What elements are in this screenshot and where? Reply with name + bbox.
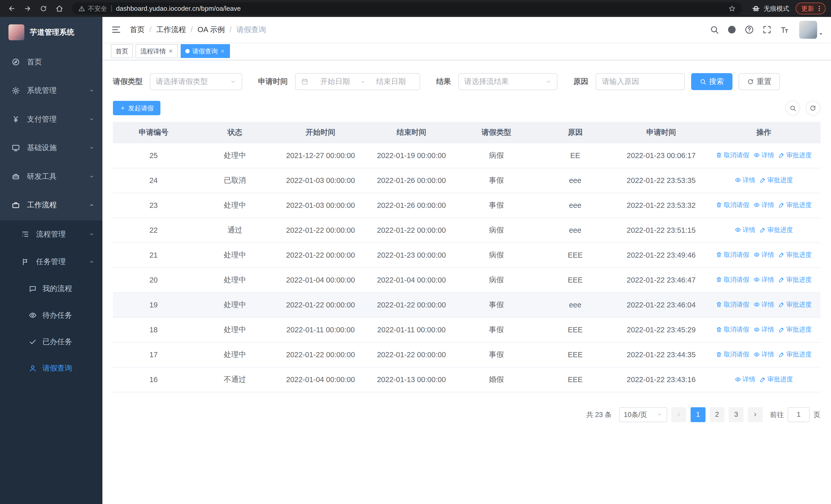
header-search-button[interactable] bbox=[710, 25, 719, 34]
approval-progress-link[interactable]: 审批进度 bbox=[778, 275, 812, 284]
breadcrumb-item[interactable]: OA 示例 bbox=[198, 25, 225, 35]
search-button[interactable]: 搜索 bbox=[691, 73, 733, 90]
approval-progress-link[interactable]: 审批进度 bbox=[778, 325, 812, 334]
page-button-1[interactable]: 1 bbox=[691, 407, 706, 422]
refresh-table-button[interactable] bbox=[806, 100, 821, 116]
page-button-2[interactable]: 2 bbox=[710, 407, 724, 422]
sidebar-item-infrastructure[interactable]: 基础设施 bbox=[0, 134, 103, 162]
github-link[interactable] bbox=[727, 25, 737, 34]
cancel-leave-link[interactable]: 取消请假 bbox=[716, 275, 749, 284]
browser-back-button[interactable] bbox=[5, 2, 18, 15]
reset-button[interactable]: 重置 bbox=[739, 73, 780, 90]
reason-input[interactable] bbox=[596, 73, 685, 90]
security-label: 不安全 bbox=[88, 4, 107, 13]
app-logo[interactable]: 芋道管理系统 bbox=[0, 17, 103, 48]
detail-link[interactable]: 详情 bbox=[735, 176, 755, 184]
approval-progress-link[interactable]: 审批进度 bbox=[760, 226, 793, 234]
start-date-placeholder[interactable]: 开始日期 bbox=[312, 77, 359, 87]
cancel-leave-link[interactable]: 取消请假 bbox=[716, 250, 749, 259]
sidebar-item-devtools[interactable]: 研发工具 bbox=[0, 162, 103, 191]
cancel-leave-link[interactable]: 取消请假 bbox=[716, 325, 749, 334]
fullscreen-button[interactable] bbox=[762, 25, 772, 34]
close-icon[interactable] bbox=[220, 49, 225, 54]
cell-reason: EEE bbox=[535, 243, 615, 268]
browser-forward-button[interactable] bbox=[21, 2, 34, 15]
close-icon[interactable] bbox=[168, 49, 173, 54]
cancel-leave-link[interactable]: 取消请假 bbox=[716, 350, 749, 358]
cancel-leave-link[interactable]: 取消请假 bbox=[716, 201, 749, 209]
approval-progress-link[interactable]: 审批进度 bbox=[778, 300, 812, 309]
refresh-icon bbox=[747, 78, 754, 85]
detail-link[interactable]: 详情 bbox=[753, 151, 774, 159]
flag-icon bbox=[21, 258, 29, 266]
approval-progress-label: 审批进度 bbox=[786, 201, 812, 209]
detail-link[interactable]: 详情 bbox=[735, 226, 755, 234]
sidebar-item-system[interactable]: 系统管理 bbox=[0, 76, 103, 105]
sidebar-item-process-management[interactable]: 流程管理 bbox=[0, 220, 103, 248]
approval-progress-link[interactable]: 审批进度 bbox=[760, 375, 793, 383]
cell-operations: 取消请假 详情 审批进度 bbox=[707, 268, 820, 293]
chevron-down-icon bbox=[89, 117, 94, 122]
help-button[interactable] bbox=[745, 25, 754, 34]
tab-leave-query[interactable]: 请假查询 bbox=[181, 44, 230, 58]
result-select[interactable]: 请选择流结果 bbox=[458, 73, 557, 90]
sidebar-item-home[interactable]: 首页 bbox=[0, 48, 103, 77]
cell-start-time: 2022-01-22 00:00:00 bbox=[276, 218, 366, 243]
bookmark-star-icon[interactable] bbox=[728, 5, 736, 12]
detail-link[interactable]: 详情 bbox=[753, 325, 774, 334]
end-date-placeholder[interactable]: 结束日期 bbox=[368, 77, 414, 87]
approval-progress-link[interactable]: 审批进度 bbox=[760, 176, 793, 184]
refresh-icon bbox=[809, 105, 816, 112]
detail-link[interactable]: 详情 bbox=[753, 300, 774, 309]
user-menu[interactable] bbox=[799, 21, 817, 39]
breadcrumb-item[interactable]: 首页 bbox=[130, 25, 145, 35]
security-chip[interactable]: 不安全 bbox=[78, 4, 107, 13]
apply-time-range-picker[interactable]: 开始日期 - 结束日期 bbox=[295, 73, 420, 90]
eye-icon bbox=[753, 152, 760, 158]
detail-link[interactable]: 详情 bbox=[753, 201, 774, 209]
cell-apply-id: 23 bbox=[113, 193, 194, 218]
create-leave-button[interactable]: 发起请假 bbox=[113, 101, 161, 115]
cell-operations: 取消请假 详情 审批进度 bbox=[707, 293, 820, 318]
approval-progress-link[interactable]: 审批进度 bbox=[778, 250, 812, 259]
font-size-button[interactable] bbox=[780, 25, 789, 34]
sidebar-item-done-tasks[interactable]: 已办任务 bbox=[0, 328, 103, 355]
edit-icon bbox=[760, 227, 766, 233]
table-row: 25 处理中 2021-12-27 00:00:00 2022-01-19 00… bbox=[113, 143, 821, 168]
approval-progress-link[interactable]: 审批进度 bbox=[778, 350, 812, 358]
tab-home[interactable]: 首页 bbox=[111, 44, 133, 58]
detail-link[interactable]: 详情 bbox=[753, 275, 774, 284]
sidebar-item-workflow[interactable]: 工作流程 bbox=[0, 191, 103, 219]
detail-link[interactable]: 详情 bbox=[753, 350, 774, 358]
prev-page-button[interactable] bbox=[671, 407, 686, 422]
browser-home-button[interactable] bbox=[53, 2, 66, 15]
sidebar-item-label: 支付管理 bbox=[27, 114, 57, 124]
url-bar[interactable]: 不安全 dashboard.yudao.iocoder.cn/bpm/oa/le… bbox=[72, 2, 742, 14]
leave-type-select[interactable]: 请选择请假类型 bbox=[150, 73, 242, 90]
tags-view-bar: 首页 流程详情 请假查询 bbox=[103, 42, 831, 60]
page-size-select[interactable]: 10条/页 bbox=[619, 407, 667, 422]
sidebar-item-task-management[interactable]: 任务管理 bbox=[0, 248, 103, 275]
goto-page-input[interactable] bbox=[787, 407, 810, 422]
sidebar-item-todo-tasks[interactable]: 待办任务 bbox=[0, 302, 103, 328]
cell-start-time: 2022-01-11 00:00:00 bbox=[276, 318, 366, 342]
sidebar-item-leave-query[interactable]: 请假查询 bbox=[0, 355, 103, 381]
sidebar-item-my-process[interactable]: 我的流程 bbox=[0, 276, 103, 302]
detail-link[interactable]: 详情 bbox=[753, 250, 774, 259]
browser-reload-button[interactable] bbox=[37, 2, 50, 15]
approval-progress-link[interactable]: 审批进度 bbox=[778, 201, 812, 209]
approval-progress-link[interactable]: 审批进度 bbox=[778, 151, 812, 159]
sidebar-toggle-button[interactable] bbox=[111, 24, 121, 35]
toggle-search-button[interactable] bbox=[785, 100, 800, 116]
cell-operations: 取消请假 详情 审批进度 bbox=[707, 143, 820, 168]
detail-link[interactable]: 详情 bbox=[735, 375, 755, 383]
cancel-leave-link[interactable]: 取消请假 bbox=[716, 300, 749, 309]
sidebar-item-payment[interactable]: 支付管理 bbox=[0, 105, 103, 134]
kebab-menu-icon[interactable] bbox=[815, 5, 823, 12]
cancel-leave-link[interactable]: 取消请假 bbox=[716, 151, 749, 159]
browser-update-button[interactable]: 更新 bbox=[796, 3, 826, 14]
breadcrumb-item[interactable]: 工作流程 bbox=[156, 25, 186, 35]
page-button-3[interactable]: 3 bbox=[728, 407, 744, 422]
next-page-button[interactable] bbox=[748, 407, 763, 422]
tab-process-detail[interactable]: 流程详情 bbox=[136, 44, 178, 58]
